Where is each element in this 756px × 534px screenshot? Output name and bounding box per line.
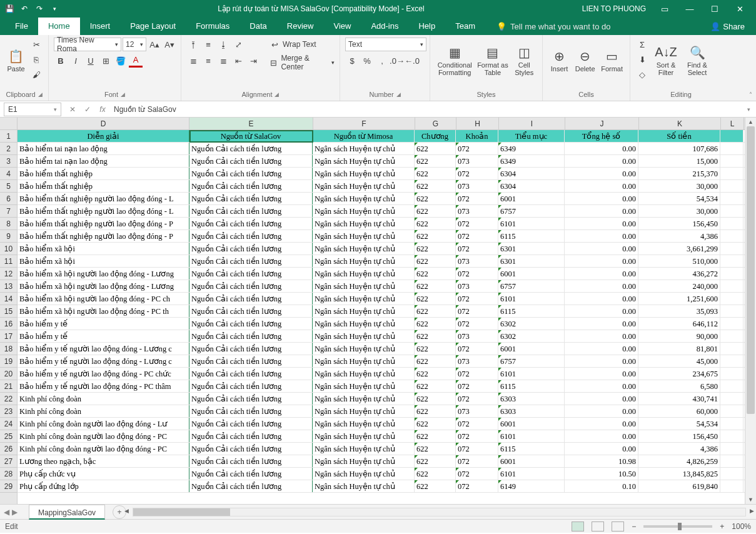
cell[interactable]: 072 [456, 268, 498, 280]
cell[interactable]: 072 [456, 305, 498, 317]
cell[interactable]: 073 [456, 355, 498, 367]
cell[interactable]: 622 [415, 393, 456, 405]
paste-button[interactable]: 📋 Paste [5, 38, 27, 81]
cell[interactable]: Bảo hiểm thất nghiệp [18, 168, 189, 179]
cell[interactable]: Ngân sách Huyện tự chủ [313, 193, 415, 204]
cell[interactable]: 622 [415, 355, 456, 367]
dialog-launcher-icon[interactable]: ◢ [121, 91, 125, 98]
zoom-level[interactable]: 100% [732, 522, 751, 531]
cell[interactable]: Ngân sách Huyện tự chủ [313, 318, 415, 330]
cell[interactable]: 54,534 [638, 418, 720, 430]
fill-icon[interactable]: ⬇ [635, 53, 649, 66]
fill-color-button[interactable]: 🪣 [114, 54, 128, 68]
cell[interactable]: 6101 [498, 430, 565, 442]
cell[interactable]: 6757 [498, 280, 565, 292]
cell[interactable]: Bảo hiểm xã hội người lao động đóng - Lư… [18, 280, 189, 292]
cell[interactable]: 072 [456, 318, 498, 330]
cell[interactable]: 6304 [498, 180, 565, 192]
tab-review[interactable]: Review [277, 18, 324, 35]
cell[interactable]: 072 [456, 455, 498, 467]
tab-home[interactable]: Home [38, 18, 80, 35]
cell[interactable]: 6349 [498, 155, 565, 167]
cell[interactable]: Nguồn Cải cách tiền lương [189, 455, 313, 467]
format-button[interactable]: ▭Format [599, 38, 625, 81]
row-header[interactable]: 28 [0, 468, 17, 480]
column-header-J[interactable]: J [565, 118, 639, 129]
cell[interactable]: Bảo hiểm xã hội [18, 255, 189, 267]
merge-center-button[interactable]: ⊟Merge & Center▾ [268, 54, 335, 71]
clear-icon[interactable]: ◇ [635, 68, 649, 81]
cell[interactable]: 107,686 [638, 143, 720, 154]
column-header-D[interactable]: D [18, 118, 189, 129]
tab-formulas[interactable]: Formulas [186, 18, 239, 35]
cell[interactable]: 622 [415, 455, 456, 467]
cell[interactable]: Ngân sách Huyện tự chủ [313, 305, 415, 317]
cell[interactable]: Nguồn Cải cách tiền lương [189, 468, 313, 480]
scroll-left-icon[interactable]: ◀ [124, 508, 129, 514]
cell[interactable]: 6115 [498, 305, 565, 317]
tab-addins[interactable]: Add-ins [361, 18, 408, 35]
cell[interactable]: Kinh phí công đoàn người lao động đóng -… [18, 418, 189, 430]
cell[interactable]: Nguồn Cải cách tiền lương [189, 380, 313, 392]
cell[interactable]: Nguồn Cải cách tiền lương [189, 305, 313, 317]
row-header[interactable]: 22 [0, 393, 17, 405]
cell[interactable]: 81,801 [638, 343, 720, 355]
cell[interactable]: 073 [456, 280, 498, 292]
cell[interactable]: 622 [415, 343, 456, 355]
cell[interactable]: Nguồn Cải cách tiền lương [189, 480, 313, 492]
header-cell[interactable]: Tiểu mục [498, 130, 565, 142]
row-header[interactable]: 5 [0, 180, 17, 193]
cell[interactable]: 6149 [498, 480, 565, 492]
find-select-button[interactable]: 🔍Find & Select [683, 38, 712, 81]
cell[interactable]: 6101 [498, 293, 565, 305]
cell[interactable]: Nguồn Cải cách tiền lương [189, 293, 313, 305]
cell[interactable]: Nguồn Cải cách tiền lương [189, 418, 313, 430]
header-cell[interactable]: Nguồn từ Mimosa [313, 130, 415, 142]
cell[interactable]: 0.00 [565, 218, 638, 229]
cell[interactable]: 436,272 [638, 268, 720, 280]
cell[interactable] [720, 293, 743, 305]
cell[interactable]: Kinh phí công đoàn [18, 393, 189, 405]
cell[interactable]: 646,112 [638, 318, 720, 330]
cell[interactable]: 0.00 [565, 355, 638, 367]
cell[interactable]: 0.00 [565, 443, 638, 455]
scroll-right-icon[interactable]: ▶ [750, 508, 754, 514]
page-layout-view-icon[interactable] [592, 521, 604, 531]
cell[interactable]: 0.00 [565, 255, 638, 267]
cell[interactable]: 10.50 [565, 468, 638, 480]
decrease-decimal-icon[interactable]: ←.0 [405, 54, 419, 68]
cell[interactable] [720, 318, 743, 330]
select-all-corner[interactable] [0, 118, 17, 130]
cell[interactable]: 073 [456, 405, 498, 417]
prev-sheet-icon[interactable]: ◀ [4, 508, 9, 516]
cell[interactable]: 6302 [498, 318, 565, 330]
cell[interactable]: 622 [415, 318, 456, 330]
cell[interactable]: 0.00 [565, 293, 638, 305]
tab-help[interactable]: Help [408, 18, 445, 35]
cell[interactable]: Bảo hiểm tai nạn lao động [18, 143, 189, 154]
cell[interactable]: Ngân sách Huyện tự chủ [313, 368, 415, 380]
cell[interactable] [720, 305, 743, 317]
bold-button[interactable]: B [54, 54, 68, 68]
align-bottom-icon[interactable]: ⭳ [216, 38, 230, 51]
percent-icon[interactable]: % [360, 54, 374, 68]
cell[interactable]: 156,450 [638, 218, 720, 229]
cell[interactable]: Nguồn Cải cách tiền lương [189, 330, 313, 342]
cell[interactable]: Nguồn Cải cách tiền lương [189, 230, 313, 242]
cell[interactable]: 072 [456, 293, 498, 305]
cell[interactable]: 622 [415, 168, 456, 179]
row-header[interactable]: 15 [0, 305, 17, 318]
zoom-in-button[interactable]: + [720, 522, 724, 531]
cell[interactable]: 073 [456, 255, 498, 267]
cell[interactable]: 6303 [498, 405, 565, 417]
tab-page-layout[interactable]: Page Layout [120, 18, 186, 35]
italic-button[interactable]: I [69, 54, 83, 68]
cell[interactable]: 0.00 [565, 205, 638, 217]
header-cell[interactable] [720, 130, 743, 142]
cell[interactable] [720, 355, 743, 367]
cell[interactable]: 622 [415, 255, 456, 267]
cell[interactable]: Nguồn Cải cách tiền lương [189, 143, 313, 154]
header-cell[interactable]: Diễn giải [18, 130, 189, 142]
row-header[interactable]: 3 [0, 155, 17, 168]
cell[interactable]: 622 [415, 468, 456, 480]
